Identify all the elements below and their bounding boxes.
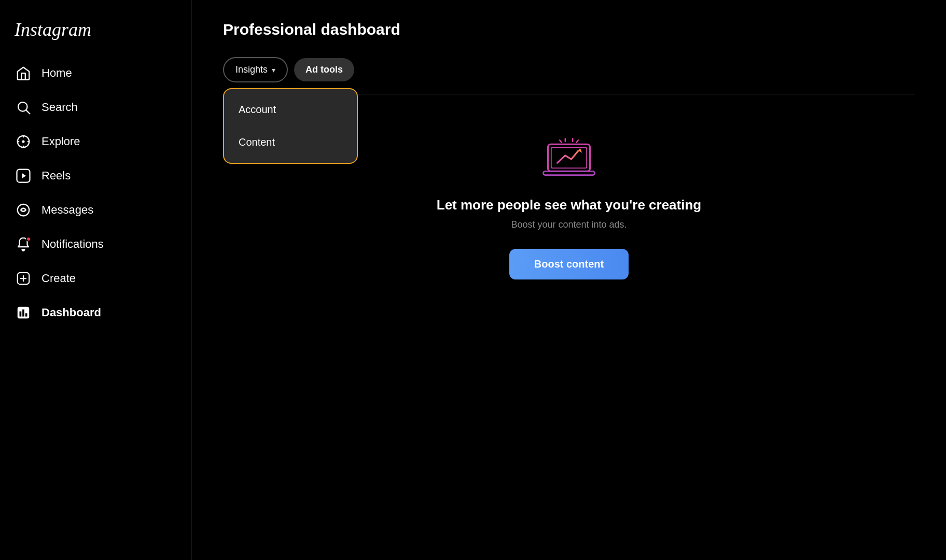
- dropdown-item-content[interactable]: Content: [224, 126, 357, 159]
- boost-content-button[interactable]: Boost content: [509, 249, 629, 279]
- sidebar-item-dashboard[interactable]: Dashboard: [8, 297, 183, 329]
- sidebar-item-reels[interactable]: Reels: [8, 160, 183, 192]
- sidebar-item-home-label: Home: [41, 66, 72, 80]
- tab-bar: Insights ▾ Ad tools Account Content: [223, 57, 915, 82]
- svg-marker-20: [578, 148, 582, 152]
- sidebar-item-messages[interactable]: Messages: [8, 194, 183, 226]
- search-icon: [15, 99, 32, 116]
- dropdown-account-label: Account: [239, 104, 276, 115]
- dropdown-item-account[interactable]: Account: [224, 93, 357, 126]
- page-title: Professional dashboard: [223, 21, 915, 38]
- tab-insights-label: Insights: [235, 64, 268, 75]
- main-content: Professional dashboard Insights ▾ Ad too…: [192, 0, 946, 560]
- sidebar-item-search-label: Search: [41, 101, 78, 114]
- create-icon: [15, 270, 32, 287]
- sidebar-item-messages-label: Messages: [41, 203, 93, 217]
- home-icon: [15, 64, 32, 82]
- svg-line-24: [560, 140, 562, 143]
- sidebar-item-create-label: Create: [41, 272, 76, 285]
- sidebar-item-search[interactable]: Search: [8, 91, 183, 123]
- tab-adtools-label: Ad tools: [305, 64, 343, 75]
- sidebar-item-explore-label: Explore: [41, 135, 80, 148]
- svg-point-10: [18, 204, 30, 216]
- laptop-boost-icon: [540, 136, 597, 183]
- chevron-down-icon: ▾: [272, 66, 275, 74]
- tab-insights[interactable]: Insights ▾: [223, 57, 288, 82]
- sidebar-item-notifications-label: Notifications: [41, 237, 104, 251]
- svg-line-1: [26, 110, 30, 114]
- sidebar: Instagram Home Search: [0, 0, 192, 560]
- dropdown-content-label: Content: [239, 136, 275, 148]
- sidebar-item-dashboard-label: Dashboard: [41, 306, 101, 319]
- tab-adtools[interactable]: Ad tools: [294, 58, 354, 81]
- instagram-logo: Instagram: [8, 10, 183, 57]
- notifications-icon-wrapper: [15, 235, 32, 253]
- svg-rect-21: [544, 171, 595, 175]
- sidebar-item-reels-label: Reels: [41, 169, 71, 183]
- svg-rect-16: [22, 310, 24, 317]
- svg-line-25: [576, 140, 578, 143]
- laptop-icon-wrapper: [540, 136, 597, 185]
- sidebar-item-home[interactable]: Home: [8, 57, 183, 89]
- explore-icon: [15, 133, 32, 150]
- svg-point-3: [22, 141, 25, 143]
- sidebar-item-explore[interactable]: Explore: [8, 125, 183, 158]
- svg-marker-9: [22, 173, 26, 178]
- reels-icon: [15, 167, 32, 185]
- messages-icon: [15, 201, 32, 219]
- ad-section-title: Let more people see what you're creating: [437, 197, 701, 213]
- insights-dropdown: Account Content: [223, 88, 358, 164]
- svg-rect-17: [25, 313, 27, 316]
- sidebar-item-notifications[interactable]: Notifications: [8, 228, 183, 260]
- sidebar-item-create[interactable]: Create: [8, 262, 183, 295]
- dashboard-icon: [15, 304, 32, 321]
- ad-section-subtitle: Boost your content into ads.: [511, 219, 627, 230]
- notification-badge: [26, 236, 31, 242]
- svg-rect-15: [20, 312, 22, 317]
